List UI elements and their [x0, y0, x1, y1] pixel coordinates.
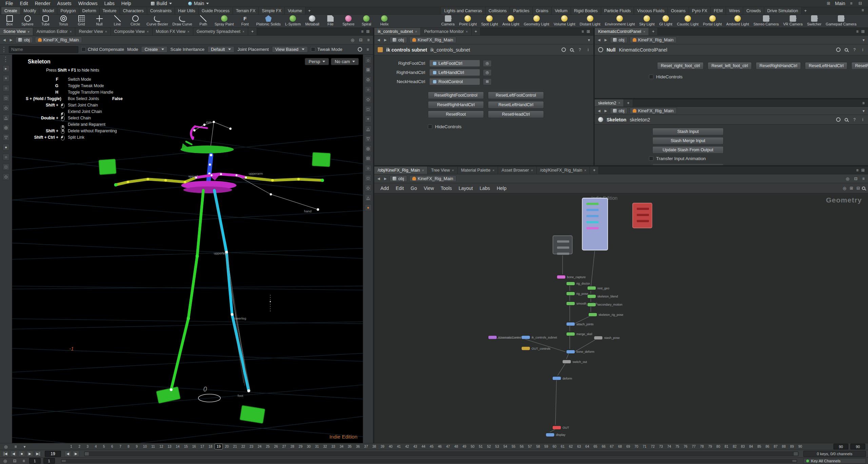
- shelf-tab[interactable]: Viscous Fluids: [634, 7, 668, 14]
- menu-item[interactable]: Help: [118, 0, 135, 6]
- shelf-tool[interactable]: Stereo Camera: [753, 15, 779, 26]
- viewport-tool-icon[interactable]: ◇: [3, 173, 9, 180]
- skeleton-action-button[interactable]: Stash Merge Input: [652, 137, 724, 144]
- viewport-tool-icon[interactable]: +: [3, 75, 9, 82]
- display-option-icon[interactable]: ⊟: [365, 155, 372, 162]
- grid-snap-icon[interactable]: ⊟: [855, 186, 861, 190]
- shelf-tool[interactable]: Portal Light: [703, 15, 722, 26]
- help-icon[interactable]: ?: [852, 48, 857, 52]
- shelf-tool[interactable]: Helix: [378, 15, 391, 26]
- display-option-icon[interactable]: △: [365, 194, 372, 201]
- reset-control-button[interactable]: ResetRoot: [851, 62, 868, 70]
- reset-control-button[interactable]: ResetLeftHandCtrl: [488, 101, 544, 109]
- display-option-icon[interactable]: ▽: [365, 135, 372, 142]
- search-icon[interactable]: [845, 118, 848, 121]
- display-option-icon[interactable]: ⊙: [365, 76, 372, 83]
- shelf-tool[interactable]: Torus: [57, 15, 70, 26]
- network-node[interactable]: rest_geo: [588, 286, 609, 290]
- display-option-icon[interactable]: □: [365, 175, 372, 181]
- shelf-tool[interactable]: Spot Light: [481, 15, 498, 26]
- optbar-menu-icon[interactable]: ≡: [365, 47, 370, 52]
- add-shelf-tab-button[interactable]: +: [305, 7, 314, 14]
- pane-tab[interactable]: Geometry Spreadsheet ×: [193, 28, 248, 35]
- shelf-tab[interactable]: Volume: [285, 7, 305, 14]
- shelf-tab[interactable]: Grains: [533, 7, 552, 14]
- path-node-chip[interactable]: KineFX_Rig_Main: [409, 37, 456, 43]
- shelf-tool[interactable]: Curve Bezier: [146, 15, 168, 26]
- playbar-option-icon[interactable]: ≡: [13, 445, 18, 449]
- session-icon[interactable]: ⊞: [826, 1, 832, 5]
- tweak-mode-checkbox[interactable]: [311, 47, 315, 52]
- pathbar-menu-icon[interactable]: ▾: [587, 38, 591, 42]
- pathbar-menu-icon[interactable]: ▾: [861, 38, 866, 42]
- forward-icon[interactable]: ▶: [604, 109, 608, 113]
- back-icon[interactable]: ◀: [376, 177, 381, 180]
- path-node-chip[interactable]: KineFX_Rig_Main: [409, 175, 456, 182]
- network-node[interactable]: skeleton_rig_pose: [589, 313, 623, 316]
- shelf-tool[interactable]: Box: [3, 15, 16, 26]
- frame-range-end-field[interactable]: 90: [850, 444, 865, 449]
- shelf-tab[interactable]: FEM: [711, 7, 726, 14]
- close-tab-icon[interactable]: ×: [584, 169, 586, 172]
- shelf-tab[interactable]: Constraints: [147, 7, 175, 14]
- shelf-tool[interactable]: Distant Light: [580, 15, 600, 26]
- shelf-tool[interactable]: Ambient Light: [726, 15, 749, 26]
- range-option-icon[interactable]: ≡: [21, 459, 26, 463]
- forward-icon[interactable]: ▶: [9, 38, 14, 42]
- timeline-ruler[interactable]: 19 1234567891011121314151617181920212223…: [71, 443, 800, 450]
- shelf-tool[interactable]: Metaball: [305, 15, 319, 26]
- path-node-chip[interactable]: KineFX_Rig_Main: [630, 108, 677, 114]
- viewport-tool-icon[interactable]: ○: [3, 85, 9, 92]
- close-tab-icon[interactable]: ×: [493, 169, 495, 172]
- shelf-tool[interactable]: Circle: [129, 15, 142, 26]
- playhead[interactable]: 19: [215, 444, 223, 449]
- network-menu-item[interactable]: Go: [407, 185, 420, 192]
- back-icon[interactable]: ◀: [597, 38, 601, 42]
- transport-button[interactable]: ■: [18, 451, 25, 457]
- pane-split-icon[interactable]: ⊞: [585, 30, 591, 34]
- gear-icon[interactable]: [358, 47, 362, 52]
- viewport-tool-icon[interactable]: □: [3, 163, 9, 170]
- joint-name-input[interactable]: [9, 46, 78, 53]
- close-tab-icon[interactable]: ×: [531, 169, 533, 172]
- network-menu-item[interactable]: Help: [493, 185, 510, 192]
- skeleton-action-button[interactable]: Update Stash From Output: [652, 146, 724, 154]
- display-option-icon[interactable]: ◎: [365, 145, 372, 152]
- close-tab-icon[interactable]: ×: [147, 30, 149, 34]
- gear-icon[interactable]: [836, 47, 841, 52]
- window-layout-icon[interactable]: ⊟: [857, 1, 863, 5]
- add-shelf-tab-button[interactable]: +: [802, 7, 810, 14]
- transport-button[interactable]: ◀: [10, 451, 17, 457]
- shelf-tab[interactable]: Polygon: [57, 7, 79, 14]
- display-option-icon[interactable]: ○: [365, 86, 372, 93]
- frame-step-button[interactable]: ▶: [73, 451, 79, 457]
- shelf-tool[interactable]: Caustic Light: [677, 15, 699, 26]
- snapshot-icon[interactable]: ◎: [349, 38, 355, 42]
- shelf-tab[interactable]: Crowds: [743, 7, 764, 14]
- transport-button[interactable]: ▶|: [35, 451, 41, 457]
- reset-control-button[interactable]: ResetRightHandCtrl: [756, 62, 801, 70]
- pane-tab[interactable]: Performance Monitor×: [421, 28, 472, 35]
- shelf-tab[interactable]: Characters: [120, 7, 147, 14]
- display-option-icon[interactable]: □: [365, 106, 372, 113]
- shelf-tab[interactable]: Guide Process: [199, 7, 233, 14]
- reset-control-button[interactable]: ResetRoot: [428, 111, 484, 118]
- timeline-scrollbar[interactable]: [84, 451, 798, 456]
- reset-control-button[interactable]: Reset_right_foot_ctrl: [657, 62, 704, 70]
- display-flags-icon[interactable]: ⊞: [848, 186, 854, 190]
- network-node[interactable]: merge_skel: [567, 332, 592, 336]
- persp-view-button[interactable]: Persp: [305, 58, 329, 65]
- search-icon[interactable]: [570, 48, 573, 52]
- path-context-chip[interactable]: obj: [15, 37, 33, 43]
- shelf-tab[interactable]: Vellum: [552, 7, 571, 14]
- search-icon[interactable]: [862, 187, 865, 190]
- pane-tab[interactable]: ik_controls_subnet×: [374, 28, 421, 35]
- transport-button[interactable]: |◀: [2, 451, 9, 457]
- shelf-tool[interactable]: Volume Light: [554, 15, 575, 26]
- child-compensate-toggle[interactable]: Child Compensate: [81, 47, 124, 52]
- close-tab-icon[interactable]: ▾: [28, 30, 29, 34]
- tweak-mode-toggle[interactable]: Tweak Mode: [311, 47, 342, 52]
- shelf-menu-icon[interactable]: ≡: [860, 8, 865, 12]
- range-option-icon[interactable]: ⊟: [12, 459, 18, 463]
- shelf-tab[interactable]: Terrain FX: [233, 7, 259, 14]
